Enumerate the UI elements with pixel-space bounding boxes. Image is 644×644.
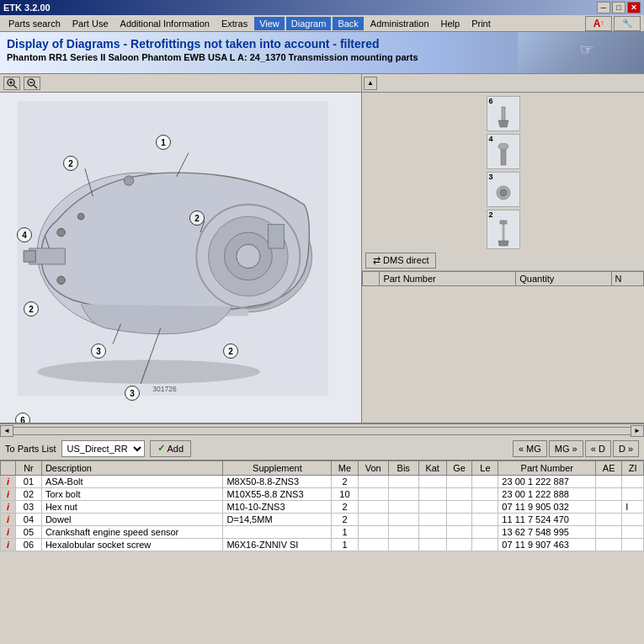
table-row[interactable]: i03Hex nutM10-10-ZNS3207 11 9 905 032I — [1, 501, 644, 514]
right-panel-scroll: ▲ — [362, 74, 644, 93]
title-bar: ETK 3.2.00 ─ □ ✕ — [0, 0, 644, 15]
nav-d-next[interactable]: D » — [613, 440, 639, 457]
col-ae-header: AE — [596, 461, 622, 476]
svg-point-17 — [57, 228, 65, 236]
h-scroll-left[interactable]: ◄ — [0, 425, 13, 437]
toolbar-icon-2[interactable]: 🔧 — [614, 16, 641, 31]
part-number-6: 6 — [15, 412, 30, 423]
thumb-4[interactable]: 4 — [487, 134, 520, 169]
part-number-3a: 3 — [91, 343, 106, 359]
menu-additional-info[interactable]: Additional Information — [115, 17, 215, 30]
menu-view[interactable]: View — [254, 17, 285, 30]
menu-part-use[interactable]: Part Use — [67, 17, 114, 30]
col-me-header: Me — [332, 461, 358, 476]
parts-table-wrapper: Nr Description Supplement Me Von Bis Kat… — [0, 460, 644, 631]
svg-point-18 — [57, 276, 65, 284]
nav-mg-next[interactable]: MG » — [549, 440, 583, 457]
thumb-2[interactable]: 2 — [487, 210, 520, 249]
svg-point-21 — [124, 176, 133, 185]
col-nr-header: Nr — [16, 461, 42, 476]
subtitle-prefix: Phantom RR1 Series II Saloon Phantom EWB… — [7, 52, 250, 62]
svg-point-30 — [37, 359, 260, 383]
parts-list-select[interactable]: US_Direct_RR — [61, 440, 145, 457]
right-table-area: Part Number Quantity N — [362, 271, 644, 423]
toolbar-icon-1[interactable]: A↑ — [585, 16, 612, 31]
menu-help[interactable]: Help — [436, 17, 466, 30]
menu-diagram[interactable]: Diagram — [286, 17, 332, 30]
part-number-2d: 2 — [223, 343, 238, 359]
part-number-2a: 2 — [63, 156, 78, 171]
diagram-image-area[interactable]: 301726 1 2 2 4 2 3 2 3 6 5 — [0, 93, 361, 423]
col-von-header: Von — [358, 461, 388, 476]
svg-line-5 — [34, 85, 37, 88]
svg-line-1 — [13, 85, 17, 88]
col-n: N — [611, 272, 643, 286]
part-number-3b: 3 — [125, 386, 140, 401]
svg-point-14 — [237, 244, 260, 268]
window-title: ETK 3.2.00 — [3, 3, 51, 13]
part-number-4: 4 — [17, 227, 32, 242]
col-ge-header: Ge — [446, 461, 472, 476]
col-supp-header: Supplement — [223, 461, 332, 476]
svg-marker-40 — [498, 241, 508, 246]
scroll-up-arrow[interactable]: ▲ — [364, 77, 377, 90]
table-row[interactable]: i04DowelD=14,5MM211 11 7 524 470 — [1, 514, 644, 526]
close-button[interactable]: ✕ — [627, 2, 641, 13]
table-row[interactable]: i01ASA-BoltM8X50-8.8-ZNS3223 00 1 222 88… — [1, 476, 644, 488]
diagram-panel: 301726 1 2 2 4 2 3 2 3 6 5 — [0, 74, 362, 423]
zoom-in-button[interactable] — [3, 77, 20, 90]
main-area: 301726 1 2 2 4 2 3 2 3 6 5 ▲ 6 — [0, 74, 644, 423]
add-label: Add — [168, 444, 184, 454]
toolbar-icons: A↑ 🔧 — [585, 16, 641, 31]
col-partnum-header: Part Number — [498, 461, 596, 476]
svg-rect-39 — [500, 221, 507, 224]
svg-rect-20 — [269, 225, 285, 248]
checkmark-icon: ✓ — [157, 443, 165, 454]
diagram-toolbar — [0, 74, 361, 93]
svg-point-37 — [500, 189, 507, 196]
svg-point-35 — [498, 143, 508, 150]
header-cursor: ☞ — [580, 40, 593, 59]
right-panel: ▲ 6 4 3 — [362, 74, 644, 423]
part-number-2b: 2 — [189, 210, 205, 226]
col-kat-header: Kat — [418, 461, 446, 476]
zoom-out-button[interactable] — [24, 77, 40, 90]
col-icon-header — [1, 461, 16, 476]
nav-buttons: « MG MG » « D D » — [513, 440, 639, 457]
h-scroll-bar: ◄ ► — [0, 423, 644, 437]
menu-parts-search[interactable]: Parts search — [3, 17, 66, 30]
col-bis-header: Bis — [388, 461, 418, 476]
col-empty — [363, 272, 380, 286]
title-bar-buttons: ─ □ ✕ — [597, 2, 641, 13]
add-button[interactable]: ✓ Add — [150, 440, 192, 457]
restore-button[interactable]: □ — [612, 2, 625, 13]
nav-mg-prev[interactable]: « MG — [513, 440, 547, 457]
svg-marker-33 — [498, 120, 508, 127]
menu-administration[interactable]: Administration — [365, 17, 434, 30]
menu-print[interactable]: Print — [466, 17, 496, 30]
col-quantity: Quantity — [516, 272, 611, 286]
dms-direct-button[interactable]: ⇄ DMS direct — [365, 253, 436, 269]
menu-extras[interactable]: Extras — [216, 17, 253, 30]
table-row[interactable]: i05Crankshaft engine speed sensor113 62 … — [1, 526, 644, 539]
h-scroll-right[interactable]: ► — [631, 425, 644, 437]
parts-list-toolbar: To Parts List US_Direct_RR ✓ Add « MG MG… — [0, 437, 644, 460]
svg-rect-16 — [24, 251, 35, 262]
part-number-1: 1 — [156, 135, 171, 150]
nav-d-prev[interactable]: « D — [585, 440, 611, 457]
subtitle-bold: 24_1370 Transmission mounting parts — [250, 52, 418, 62]
col-part-number: Part Number — [380, 272, 516, 286]
parts-list-area: To Parts List US_Direct_RR ✓ Add « MG MG… — [0, 437, 644, 631]
right-detail-table: Part Number Quantity N — [362, 271, 644, 286]
col-desc-header: Description — [41, 461, 223, 476]
table-row[interactable]: i02Torx boltM10X55-8.8 ZNS31023 00 1 222… — [1, 488, 644, 501]
col-le-header: Le — [472, 461, 498, 476]
menu-back[interactable]: Back — [333, 17, 363, 30]
thumbnail-column: 6 4 3 2 — [362, 93, 644, 251]
minimize-button[interactable]: ─ — [597, 2, 610, 13]
thumb-6[interactable]: 6 — [487, 96, 520, 131]
table-row[interactable]: i06Hexalobular socket screwM6X16-ZNNIV S… — [1, 539, 644, 551]
h-scroll-track — [13, 427, 631, 435]
thumb-3[interactable]: 3 — [487, 172, 520, 207]
parts-list-label: To Parts List — [5, 444, 56, 454]
